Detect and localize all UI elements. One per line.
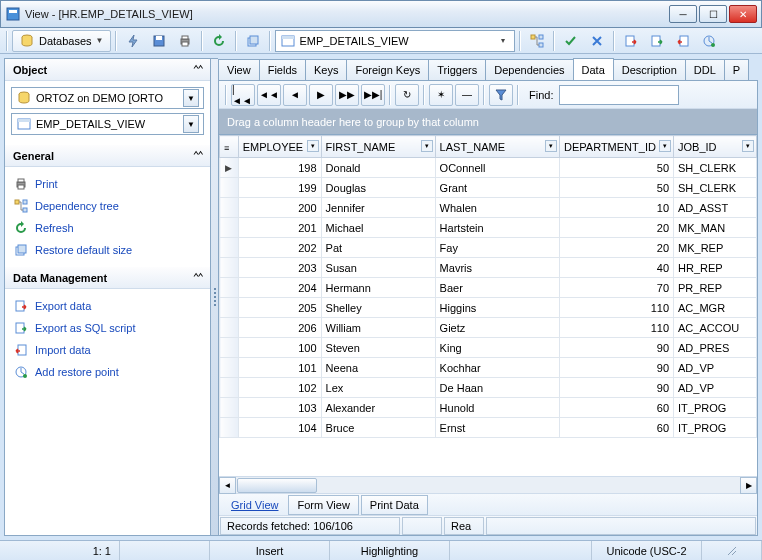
cell[interactable]: 200 (238, 198, 321, 218)
cell[interactable]: SH_CLERK (674, 158, 757, 178)
cell[interactable]: Jennifer (321, 198, 435, 218)
cell[interactable]: 206 (238, 318, 321, 338)
table-row[interactable]: 100StevenKing90AD_PRES (220, 338, 757, 358)
table-row[interactable]: 205ShelleyHiggins110AC_MGR (220, 298, 757, 318)
cancel-button[interactable] (585, 30, 609, 52)
find-input[interactable] (559, 85, 679, 105)
row-selector-header[interactable]: ≡ (220, 136, 239, 158)
print-link[interactable]: Print (11, 173, 204, 195)
print-data-tab[interactable]: Print Data (361, 495, 428, 515)
cell[interactable]: Shelley (321, 298, 435, 318)
sort-dropdown-icon[interactable]: ▾ (742, 140, 754, 152)
import-data-link[interactable]: Import data (11, 339, 204, 361)
table-row[interactable]: 103AlexanderHunold60IT_PROG (220, 398, 757, 418)
cell[interactable]: OConnell (435, 158, 559, 178)
cell[interactable]: Ernst (435, 418, 559, 438)
cell[interactable]: 110 (560, 318, 674, 338)
nav-prev-page-button[interactable]: ◄◄ (257, 84, 281, 106)
cell[interactable]: HR_REP (674, 258, 757, 278)
cell[interactable]: 101 (238, 358, 321, 378)
column-header-employee[interactable]: EMPLOYEE▾ (238, 136, 321, 158)
tab-foreign-keys[interactable]: Foreign Keys (346, 59, 429, 80)
scroll-left-button[interactable]: ◄ (219, 477, 236, 494)
scroll-right-button[interactable]: ▶ (740, 477, 757, 494)
table-row[interactable]: ▶198DonaldOConnell50SH_CLERK (220, 158, 757, 178)
sort-dropdown-icon[interactable]: ▾ (421, 140, 433, 152)
close-button[interactable]: ✕ (729, 5, 757, 23)
cell[interactable]: 70 (560, 278, 674, 298)
tab-data[interactable]: Data (573, 58, 614, 80)
cell[interactable]: Baer (435, 278, 559, 298)
object-header[interactable]: Object⌃⌃ (5, 59, 210, 81)
databases-dropdown[interactable]: Databases ▼ (12, 30, 111, 52)
column-header-department_id[interactable]: DEPARTMENT_ID▾ (560, 136, 674, 158)
general-header[interactable]: General⌃⌃ (5, 145, 210, 167)
cell[interactable]: 20 (560, 218, 674, 238)
cell[interactable]: Bruce (321, 418, 435, 438)
refresh-link[interactable]: Refresh (11, 217, 204, 239)
cell[interactable]: 50 (560, 158, 674, 178)
refresh-button[interactable] (207, 30, 231, 52)
breadcrumb[interactable]: EMP_DETAILS_VIEW ▾ (275, 30, 515, 52)
cell[interactable]: 203 (238, 258, 321, 278)
table-row[interactable]: 202PatFay20MK_REP (220, 238, 757, 258)
nav-next-button[interactable]: ▶ (309, 84, 333, 106)
nav-add-button[interactable]: ✶ (429, 84, 453, 106)
resize-grip[interactable] (702, 541, 762, 560)
grid-view-tab[interactable]: Grid View (223, 495, 286, 515)
nav-last-button[interactable]: ▶▶| (361, 84, 385, 106)
column-header-last_name[interactable]: LAST_NAME▾ (435, 136, 559, 158)
view-combo[interactable]: EMP_DETAILS_VIEW ▼ (11, 113, 204, 135)
dependency-tree-link[interactable]: Dependency tree (11, 195, 204, 217)
cell[interactable]: Hermann (321, 278, 435, 298)
export-sql-button[interactable] (645, 30, 669, 52)
cell[interactable]: IT_PROG (674, 398, 757, 418)
export-data-link[interactable]: Export data (11, 295, 204, 317)
cell[interactable]: William (321, 318, 435, 338)
cell[interactable]: Whalen (435, 198, 559, 218)
cell[interactable]: 110 (560, 298, 674, 318)
cell[interactable]: Fay (435, 238, 559, 258)
cell[interactable]: AD_VP (674, 358, 757, 378)
tab-ddl[interactable]: DDL (685, 59, 725, 80)
splitter[interactable] (211, 58, 218, 536)
tab-description[interactable]: Description (613, 59, 686, 80)
restore-size-link[interactable]: Restore default size (11, 239, 204, 261)
filter-button[interactable] (489, 84, 513, 106)
cell[interactable]: MK_MAN (674, 218, 757, 238)
scroll-thumb[interactable] (237, 478, 317, 493)
tab-p[interactable]: P (724, 59, 749, 80)
cell[interactable]: 102 (238, 378, 321, 398)
cell[interactable]: Susan (321, 258, 435, 278)
table-row[interactable]: 206WilliamGietz110AC_ACCOU (220, 318, 757, 338)
tab-triggers[interactable]: Triggers (428, 59, 486, 80)
cell[interactable]: Kochhar (435, 358, 559, 378)
cell[interactable]: Grant (435, 178, 559, 198)
database-combo[interactable]: ORTOZ on DEMO [ORTO ▼ (11, 87, 204, 109)
cell[interactable]: MK_REP (674, 238, 757, 258)
cell[interactable]: 202 (238, 238, 321, 258)
export-button[interactable] (619, 30, 643, 52)
table-row[interactable]: 201MichaelHartstein20MK_MAN (220, 218, 757, 238)
lightning-button[interactable] (121, 30, 145, 52)
cell[interactable]: Neena (321, 358, 435, 378)
cell[interactable]: King (435, 338, 559, 358)
cell[interactable]: Donald (321, 158, 435, 178)
print-button[interactable] (173, 30, 197, 52)
cell[interactable]: Alexander (321, 398, 435, 418)
tab-dependencies[interactable]: Dependencies (485, 59, 573, 80)
cell[interactable]: 60 (560, 418, 674, 438)
cell[interactable]: 40 (560, 258, 674, 278)
table-row[interactable]: 104BruceErnst60IT_PROG (220, 418, 757, 438)
nav-prev-button[interactable]: ◄ (283, 84, 307, 106)
cell[interactable]: 205 (238, 298, 321, 318)
horizontal-scrollbar[interactable]: ◄ ▶ (219, 476, 757, 493)
cell[interactable]: 201 (238, 218, 321, 238)
export-sql-link[interactable]: Export as SQL script (11, 317, 204, 339)
cell[interactable]: Pat (321, 238, 435, 258)
sort-dropdown-icon[interactable]: ▾ (545, 140, 557, 152)
cell[interactable]: AC_MGR (674, 298, 757, 318)
cell[interactable]: 104 (238, 418, 321, 438)
cell[interactable]: AD_ASST (674, 198, 757, 218)
cell[interactable]: 50 (560, 178, 674, 198)
